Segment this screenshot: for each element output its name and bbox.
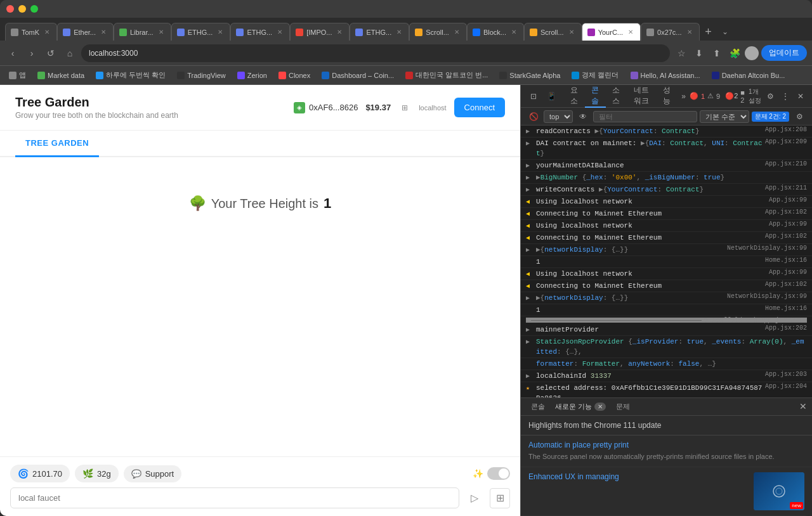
console-link[interactable]: App.jsx:99: [769, 269, 807, 276]
filter-ban-icon[interactable]: 🚫: [526, 109, 541, 124]
tab-close-yourc[interactable]: ✕: [626, 28, 635, 37]
filter-settings-icon[interactable]: ⚙: [792, 109, 807, 124]
back-button[interactable]: ‹: [5, 46, 20, 61]
tab-close-block[interactable]: ✕: [509, 28, 518, 37]
console-link[interactable]: App.jsx:102: [765, 233, 807, 240]
devtools-settings-icon[interactable]: ⚙: [764, 89, 777, 104]
tab-ethg3[interactable]: ETHG... ✕: [350, 23, 409, 41]
profile-icon[interactable]: [745, 46, 759, 60]
bookmark-ai[interactable]: Hello, AI Assistan...: [627, 70, 704, 81]
console-link[interactable]: App.jsx:102: [765, 281, 807, 288]
console-link[interactable]: App.jsx:99: [769, 197, 807, 203]
connect-button[interactable]: Connect: [454, 98, 505, 117]
new-tab-button[interactable]: +: [700, 23, 717, 41]
copy-address-button[interactable]: ⊞: [398, 101, 411, 114]
tab-close-ethg1[interactable]: ✕: [216, 28, 225, 37]
close-button[interactable]: [6, 5, 14, 13]
console-link[interactable]: App.jsx:204: [765, 383, 807, 390]
console-link[interactable]: NetworkDisplay.jsx:99: [727, 293, 807, 300]
console-link[interactable]: App.jsx:99: [769, 221, 807, 228]
downloads-icon[interactable]: ⬇: [691, 46, 707, 61]
faucet-copy-button[interactable]: ⊞: [490, 488, 510, 508]
bookmark-zerion[interactable]: Zerion: [233, 70, 271, 81]
dt-tab-performance[interactable]: 성능: [657, 85, 678, 108]
filter-input[interactable]: [593, 111, 697, 122]
faucet-input[interactable]: [10, 487, 459, 508]
bookmark-tv[interactable]: TradingView: [173, 70, 230, 81]
support-badge[interactable]: 💬 Support: [124, 465, 182, 482]
tab-ethg2[interactable]: ETHG... ✕: [230, 23, 290, 41]
bookmark-starkgate[interactable]: StarkGate Alpha: [495, 70, 564, 81]
whats-new-close[interactable]: ✕: [594, 403, 606, 411]
stat-badge-token[interactable]: 🌀 2101.70: [10, 465, 70, 482]
tab-close-ethg2[interactable]: ✕: [275, 28, 284, 37]
console-link[interactable]: App.jsx:102: [765, 209, 807, 216]
dt-bottom-close[interactable]: ✕: [799, 401, 807, 411]
tab-impo[interactable]: [IMPO... ✕: [290, 23, 350, 41]
dt-bottom-tab-whats-new[interactable]: 새로운 기능 ✕: [550, 399, 611, 414]
dt-bottom-tab-console[interactable]: 콘솔: [526, 399, 550, 414]
bookmark-apps[interactable]: 앱: [5, 69, 30, 81]
bookmark-daehan[interactable]: Daehan Altcoin Bu...: [708, 70, 789, 81]
news-title-2[interactable]: Enhanced UX in managing: [528, 472, 746, 481]
home-button[interactable]: ⌂: [62, 46, 77, 61]
reload-button[interactable]: ↺: [43, 46, 58, 61]
tab-library[interactable]: Librar... ✕: [114, 23, 171, 41]
extensions-icon[interactable]: 🧩: [727, 46, 742, 61]
scaffold-link[interactable]: App.jsx:201: [760, 317, 802, 324]
dt-bottom-tab-issues[interactable]: 문제: [611, 399, 635, 414]
devtools-close-icon[interactable]: ✕: [794, 89, 807, 104]
share-icon[interactable]: ⬆: [709, 46, 724, 61]
console-link[interactable]: App.jsx:210: [765, 160, 807, 167]
bookmark-icon[interactable]: ☆: [674, 46, 689, 61]
filter-top-select[interactable]: top: [544, 110, 573, 123]
dt-tab-network[interactable]: 네트워크: [627, 85, 657, 108]
tab-close-0x27c[interactable]: ✕: [685, 28, 694, 37]
tab-scroll2[interactable]: Scroll... ✕: [524, 23, 582, 41]
tab-block[interactable]: Block... ✕: [467, 23, 524, 41]
console-link[interactable]: App.jsx:208: [765, 126, 807, 133]
console-link[interactable]: App.jsx:209: [765, 138, 807, 145]
news-title-1[interactable]: Automatic in place pretty print: [528, 441, 804, 449]
tab-ethg1[interactable]: ETHG... ✕: [171, 23, 231, 41]
update-button[interactable]: 업데이트: [761, 45, 807, 61]
address-input[interactable]: [81, 44, 670, 62]
tab-close-tomk[interactable]: ✕: [43, 28, 51, 37]
tab-yourc[interactable]: YourC... ✕: [582, 23, 641, 41]
faucet-send-button[interactable]: ▷: [464, 488, 485, 508]
dt-tab-elements[interactable]: 요소: [564, 85, 585, 108]
filter-level-select[interactable]: 기본 수준: [700, 110, 749, 123]
tab-0x27c[interactable]: 0x27c... ✕: [641, 23, 700, 41]
minimize-button[interactable]: [18, 5, 26, 13]
bookmark-econ[interactable]: 경제 캘린더: [568, 69, 622, 81]
bookmark-check[interactable]: 하루에 두번씩 확인: [92, 69, 169, 81]
tab-close-ether[interactable]: ✕: [99, 28, 108, 37]
theme-toggle-switch[interactable]: [487, 467, 510, 480]
console-output[interactable]: ▶ readContracts ▶{YourContract: Contract…: [521, 126, 812, 397]
tab-tomk[interactable]: TomK ✕: [5, 23, 57, 41]
tab-close-scroll2[interactable]: ✕: [567, 28, 576, 37]
tab-tree-garden[interactable]: TREE GARDEN: [15, 131, 99, 157]
tab-ether[interactable]: Ether... ✕: [57, 23, 114, 41]
console-link[interactable]: NetworkDisplay.jsx:99: [727, 245, 807, 252]
dt-tab-console[interactable]: 콘솔: [585, 85, 606, 108]
console-link[interactable]: App.jsx:202: [765, 325, 807, 332]
bookmark-korea[interactable]: 대한민국 알트코인 번...: [402, 69, 492, 81]
console-link[interactable]: Home.jsx:16: [765, 257, 807, 264]
console-link[interactable]: Home.jsx:16: [765, 305, 807, 312]
tab-scroll1[interactable]: Scroll... ✕: [409, 23, 467, 41]
devtools-cursor-icon[interactable]: ⊡: [526, 89, 541, 104]
bookmark-market[interactable]: Market data: [34, 70, 88, 81]
stat-badge-weight[interactable]: 🌿 32g: [75, 465, 119, 482]
tab-close-ethg3[interactable]: ✕: [395, 28, 403, 37]
bookmark-clonex[interactable]: Clonex: [275, 70, 314, 81]
filter-eye-icon[interactable]: 👁: [575, 109, 591, 124]
tab-more-button[interactable]: ⌄: [717, 23, 733, 41]
tab-close-impo[interactable]: ✕: [335, 28, 344, 37]
console-link[interactable]: App.jsx:203: [765, 371, 807, 378]
maximize-button[interactable]: [30, 5, 38, 13]
forward-button[interactable]: ›: [24, 46, 39, 61]
dt-tab-sources[interactable]: 소스: [606, 85, 627, 108]
tab-close-scroll1[interactable]: ✕: [452, 28, 461, 37]
devtools-vertical-dots-icon[interactable]: ⋮: [780, 89, 792, 104]
